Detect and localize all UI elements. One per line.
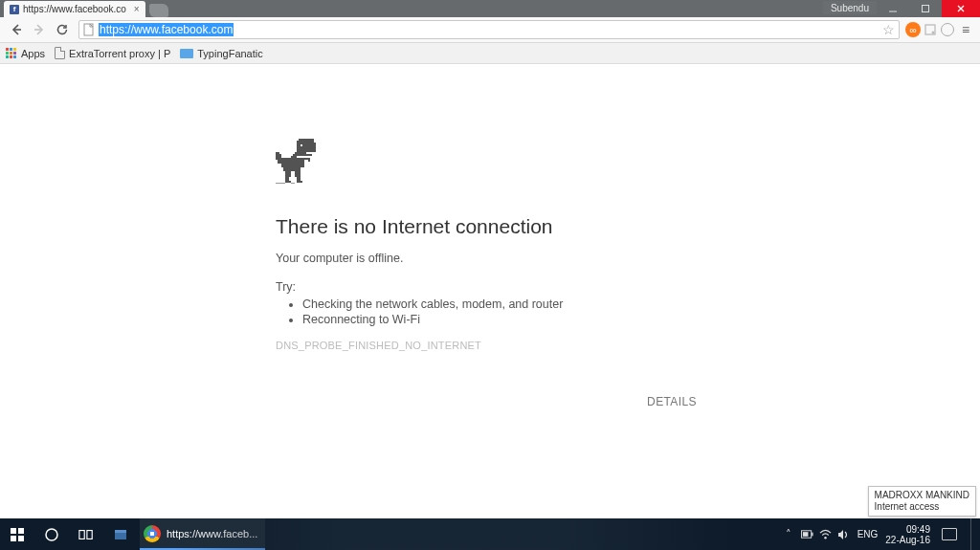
tray-wifi-icon[interactable] bbox=[819, 528, 832, 540]
tab-strip: f https://www.facebook.co × bbox=[0, 0, 823, 17]
dino-icon[interactable] bbox=[276, 139, 318, 185]
svg-rect-9 bbox=[299, 139, 314, 143]
bookmark-typingfanatic[interactable]: TypingFanatic bbox=[180, 48, 262, 59]
bookmark-label: TypingFanatic bbox=[197, 48, 262, 59]
svg-rect-22 bbox=[308, 158, 310, 162]
window-titlebar: f https://www.facebook.co × Subendu bbox=[0, 0, 980, 17]
error-try-label: Try: bbox=[276, 280, 697, 294]
svg-point-36 bbox=[46, 529, 57, 540]
tray-battery-icon[interactable] bbox=[801, 528, 813, 540]
svg-rect-28 bbox=[285, 181, 291, 183]
svg-rect-20 bbox=[276, 152, 279, 160]
reload-button[interactable] bbox=[52, 19, 73, 40]
chrome-profile-badge[interactable]: Subendu bbox=[823, 1, 877, 14]
error-tips-list: Checking the network cables, modem, and … bbox=[276, 297, 697, 326]
bookmark-label: ExtraTorrent proxy | P bbox=[69, 48, 170, 59]
svg-rect-25 bbox=[295, 171, 301, 177]
svg-rect-10 bbox=[297, 141, 299, 143]
error-tip: Reconnecting to Wi-Fi bbox=[302, 313, 697, 326]
tooltip-ssid: MADROXX MANKIND bbox=[875, 490, 969, 501]
window-close-button[interactable] bbox=[942, 0, 980, 17]
tooltip-status: Internet access bbox=[875, 501, 969, 513]
svg-rect-37 bbox=[79, 530, 84, 539]
browser-tab[interactable]: f https://www.facebook.co × bbox=[4, 1, 145, 17]
bookmark-extratorrent[interactable]: ExtraTorrent proxy | P bbox=[55, 47, 170, 59]
svg-rect-32 bbox=[11, 528, 16, 534]
window-minimize-button[interactable] bbox=[877, 0, 909, 17]
new-tab-button[interactable] bbox=[149, 4, 168, 17]
details-button[interactable]: DETAILS bbox=[647, 395, 697, 408]
svg-rect-40 bbox=[115, 530, 126, 533]
page-icon bbox=[55, 47, 65, 59]
tray-chevron-icon[interactable]: ˄ bbox=[783, 528, 795, 540]
windows-taskbar: https://www.faceb... ˄ ENG 09:49 22-Aug-… bbox=[0, 518, 980, 550]
svg-rect-31 bbox=[291, 183, 295, 184]
svg-rect-35 bbox=[18, 536, 24, 541]
svg-rect-23 bbox=[283, 167, 301, 171]
error-subtitle: Your computer is offline. bbox=[276, 252, 697, 265]
tray-volume-icon[interactable] bbox=[837, 528, 850, 540]
forward-button[interactable] bbox=[29, 19, 50, 40]
tab-title: https://www.facebook.co bbox=[23, 4, 126, 14]
svg-rect-29 bbox=[297, 181, 302, 183]
taskbar-chrome-label: https://www.faceb... bbox=[167, 528, 257, 539]
svg-rect-33 bbox=[18, 528, 24, 534]
extension-orange-icon[interactable]: ∞ bbox=[905, 22, 921, 37]
svg-rect-1 bbox=[923, 6, 929, 12]
apps-shortcut[interactable]: Apps bbox=[6, 48, 45, 59]
extension-square-icon[interactable] bbox=[923, 22, 938, 37]
window-maximize-button[interactable] bbox=[909, 0, 942, 17]
extension-globe-icon[interactable] bbox=[940, 22, 955, 37]
svg-rect-43 bbox=[802, 532, 808, 537]
chrome-menu-button[interactable]: ≡ bbox=[957, 22, 974, 37]
action-center-icon[interactable] bbox=[942, 528, 957, 540]
task-view-button[interactable] bbox=[69, 518, 103, 550]
svg-rect-18 bbox=[281, 158, 304, 167]
svg-rect-12 bbox=[301, 144, 302, 146]
taskbar-date: 22-Aug-16 bbox=[885, 535, 930, 545]
taskbar-clock[interactable]: 09:49 22-Aug-16 bbox=[885, 524, 930, 545]
svg-rect-14 bbox=[297, 154, 312, 156]
site-info-icon[interactable] bbox=[83, 23, 95, 36]
offline-error-block: There is no Internet connection Your com… bbox=[276, 139, 697, 351]
bookmarks-bar: Apps ExtraTorrent proxy | P TypingFanati… bbox=[0, 43, 980, 64]
network-tooltip: MADROXX MANKIND Internet access bbox=[868, 486, 976, 517]
page-content: There is no Internet connection Your com… bbox=[0, 64, 980, 518]
address-url: https://www.facebook.com bbox=[99, 23, 234, 36]
system-tray[interactable]: ˄ bbox=[783, 528, 850, 540]
svg-rect-30 bbox=[276, 183, 285, 184]
svg-rect-13 bbox=[297, 152, 306, 154]
apps-grid-icon bbox=[6, 48, 17, 59]
taskbar-time: 09:49 bbox=[885, 524, 930, 535]
svg-point-44 bbox=[824, 537, 826, 539]
browser-toolbar: https://www.facebook.com ☆ ∞ ≡ bbox=[0, 17, 980, 43]
svg-rect-15 bbox=[295, 152, 297, 158]
svg-rect-42 bbox=[812, 533, 813, 537]
svg-rect-34 bbox=[11, 536, 16, 541]
facebook-favicon-icon: f bbox=[10, 5, 19, 14]
show-desktop-button[interactable] bbox=[970, 518, 976, 550]
taskbar-chrome-task[interactable]: https://www.faceb... bbox=[140, 518, 265, 550]
back-button[interactable] bbox=[6, 19, 27, 40]
start-button[interactable] bbox=[0, 518, 34, 550]
svg-rect-11 bbox=[297, 143, 316, 152]
error-title: There is no Internet connection bbox=[276, 215, 697, 238]
svg-point-8 bbox=[932, 32, 935, 34]
taskbar-left: https://www.faceb... bbox=[0, 518, 265, 550]
taskbar-language[interactable]: ENG bbox=[858, 529, 879, 539]
pinned-app-icon[interactable] bbox=[103, 518, 138, 550]
svg-rect-26 bbox=[285, 177, 289, 181]
window-controls bbox=[877, 0, 980, 17]
svg-rect-24 bbox=[285, 171, 291, 177]
svg-rect-27 bbox=[297, 177, 301, 181]
cortana-search-button[interactable] bbox=[34, 518, 69, 550]
tab-close-icon[interactable]: × bbox=[134, 4, 140, 14]
svg-rect-38 bbox=[87, 530, 92, 539]
error-code: DNS_PROBE_FINISHED_NO_INTERNET bbox=[276, 340, 697, 351]
address-bar[interactable]: https://www.facebook.com ☆ bbox=[78, 20, 900, 39]
chrome-icon bbox=[144, 525, 161, 542]
mail-icon bbox=[180, 49, 193, 58]
taskbar-right: ˄ ENG 09:49 22-Aug-16 bbox=[783, 518, 980, 550]
bookmark-star-icon[interactable]: ☆ bbox=[882, 22, 895, 37]
error-tip: Checking the network cables, modem, and … bbox=[302, 297, 697, 311]
